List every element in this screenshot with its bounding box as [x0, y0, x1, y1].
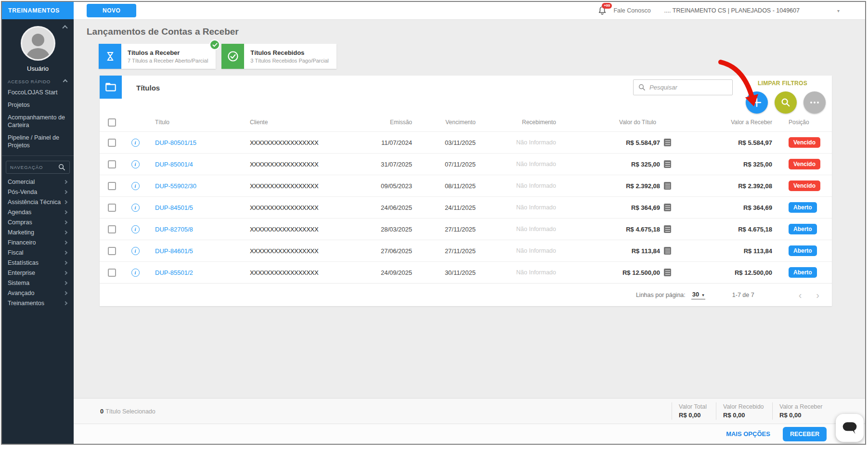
mais-opcoes-button[interactable]: MAIS OPÇÕES — [726, 430, 770, 438]
search-fab-button[interactable] — [775, 91, 797, 114]
sidebar-quick-item[interactable]: Projetos — [2, 99, 74, 111]
sidebar-item-assistencia-tecnica[interactable]: Assistência Técnica — [2, 197, 74, 207]
sidebar-item-enterprise[interactable]: Enterprise — [2, 268, 74, 278]
select-caret-icon: ▾ — [702, 293, 704, 297]
select-all-checkbox[interactable] — [108, 118, 116, 127]
notifications-bell-icon[interactable]: +99 — [597, 5, 609, 16]
chevron-right-icon — [64, 190, 67, 193]
info-icon[interactable]: i — [131, 182, 140, 190]
col-header-emissao: Emissão — [331, 119, 412, 126]
nav-search-input[interactable] — [10, 165, 58, 170]
selected-label: Título Selecionado — [105, 408, 155, 415]
collapse-user-chevron-icon[interactable] — [62, 25, 67, 30]
collapse-quick-access-chevron-icon[interactable] — [63, 79, 68, 84]
hourglass-icon — [99, 44, 121, 69]
prev-page-button[interactable]: ‹ — [799, 290, 802, 300]
row-checkbox[interactable] — [108, 182, 116, 190]
receipt-icon[interactable] — [664, 269, 671, 276]
footer-actions-row: MAIS OPÇÕES RECEBER — [74, 424, 865, 444]
receipt-icon[interactable] — [664, 160, 671, 168]
sidebar-item-label: Fiscal — [8, 249, 24, 256]
sidebar-item-label: Financeiro — [8, 239, 36, 246]
status-badge: Aberto — [789, 202, 817, 213]
chevron-right-icon — [64, 281, 67, 284]
tab-cards: Títulos a Receber 7 Títulos a Receber Ab… — [99, 44, 865, 69]
row-checkbox[interactable] — [108, 225, 116, 233]
stat-value: R$ 0,00 — [723, 412, 772, 419]
chevron-right-icon — [64, 200, 67, 204]
status-badge: Aberto — [789, 224, 817, 234]
sidebar-item-marketing[interactable]: Marketing — [2, 227, 74, 237]
sidebar-item-estatisticas[interactable]: Estatísticas — [2, 258, 74, 268]
tab-text: Títulos a Receber 7 Títulos a Receber Ab… — [121, 44, 216, 69]
rows-per-page-select[interactable]: 30▾ — [691, 291, 705, 299]
novo-button[interactable]: NOVO — [87, 4, 136, 17]
avatar[interactable] — [21, 26, 55, 61]
chat-widget-button[interactable] — [836, 414, 864, 442]
row-checkbox[interactable] — [108, 269, 116, 277]
sidebar-item-pos-venda[interactable]: Pós-Venda — [2, 187, 74, 197]
row-checkbox[interactable] — [108, 247, 116, 255]
sidebar-item-fiscal[interactable]: Fiscal — [2, 247, 74, 258]
company-dropdown-caret-icon[interactable]: ▾ — [837, 8, 840, 13]
titulo-link[interactable]: DUP-84501/5 — [155, 204, 193, 211]
tab-title: Títulos a Receber — [128, 49, 208, 56]
recebimento-cell: Não Informado — [476, 139, 556, 146]
sidebar-item-sistema[interactable]: Sistema — [2, 278, 74, 288]
titulo-link[interactable]: DUP-55902/30 — [155, 182, 196, 190]
sidebar-item-agendas[interactable]: Agendas — [2, 207, 74, 217]
titulo-link[interactable]: DUP-85001/4 — [155, 161, 193, 168]
info-icon[interactable]: i — [131, 269, 140, 277]
stat-label: Valor a Receber — [779, 403, 830, 410]
vencimento-cell: 08/11/2025 — [412, 182, 476, 190]
sidebar-item-financeiro[interactable]: Financeiro — [2, 237, 74, 247]
sidebar-quick-item[interactable]: Pipeline / Painel de Projetos — [2, 131, 74, 152]
table-search-input[interactable] — [649, 84, 728, 91]
sidebar-item-label: Marketing — [8, 229, 34, 236]
titulo-link[interactable]: DUP-84601/5 — [155, 247, 193, 255]
info-icon[interactable]: i — [131, 139, 140, 147]
info-icon[interactable]: i — [131, 160, 140, 168]
titulo-link[interactable]: DUP-85501/2 — [155, 269, 193, 276]
receipt-icon[interactable] — [664, 204, 671, 211]
info-icon[interactable]: i — [131, 225, 140, 233]
row-checkbox[interactable] — [108, 160, 116, 168]
info-icon[interactable]: i — [131, 204, 140, 212]
avatar-body-shape — [26, 48, 50, 61]
sidebar-quick-item[interactable]: Acompanhamento de Carteira — [2, 111, 74, 131]
sidebar-quick-item[interactable]: FoccoLOJAS Start — [2, 86, 74, 99]
tab-subtitle: 3 Títulos Recebidos Pago/Parcial — [250, 58, 328, 64]
sidebar-item-avancado[interactable]: Avançado — [2, 288, 74, 298]
sidebar-item-compras[interactable]: Compras — [2, 217, 74, 227]
receipt-icon[interactable] — [664, 225, 671, 233]
info-icon[interactable]: i — [131, 247, 140, 255]
main-content: Lançamentos de Contas a Receber Títulos … — [74, 20, 865, 444]
tab-titulos-recebidos[interactable]: Títulos Recebidos 3 Títulos Recebidos Pa… — [221, 44, 336, 69]
tab-titulos-a-receber[interactable]: Títulos a Receber 7 Títulos a Receber Ab… — [99, 44, 216, 69]
fale-conosco-link[interactable]: Fale Conosco — [613, 7, 650, 14]
sidebar-item-label: Estatísticas — [8, 259, 39, 266]
sidebar-item-comercial[interactable]: Comercial — [2, 177, 74, 187]
clear-filters-button[interactable]: LIMPAR FILTROS — [758, 80, 807, 87]
row-checkbox[interactable] — [108, 139, 116, 147]
row-checkbox[interactable] — [108, 204, 116, 212]
more-options-fab-button[interactable] — [803, 91, 826, 114]
action-buttons — [746, 91, 826, 114]
col-header-vencimento: Vencimento — [412, 119, 476, 126]
receber-button[interactable]: RECEBER — [783, 427, 827, 441]
table-search[interactable] — [633, 79, 733, 95]
receipt-icon[interactable] — [664, 139, 671, 146]
company-selector[interactable]: .... TREINAMENTO CS | PLANEJADOS - 10496… — [664, 7, 800, 14]
card-header: Títulos LIMPAR FILTROS — [100, 76, 832, 113]
titulo-link[interactable]: DUP-80501/15 — [155, 139, 196, 146]
chevron-right-icon — [64, 291, 67, 295]
receipt-icon[interactable] — [664, 247, 671, 255]
sidebar-item-treinamentos[interactable]: Treinamentos — [2, 298, 74, 308]
add-button[interactable] — [746, 91, 768, 114]
sidebar-item-label: Sistema — [8, 280, 29, 286]
titulo-link[interactable]: DUP-82705/8 — [155, 226, 193, 233]
col-header-cliente: Cliente — [250, 119, 331, 126]
sidebar-nav-search[interactable] — [6, 161, 70, 174]
next-page-button[interactable]: › — [816, 290, 819, 300]
receipt-icon[interactable] — [664, 182, 671, 190]
